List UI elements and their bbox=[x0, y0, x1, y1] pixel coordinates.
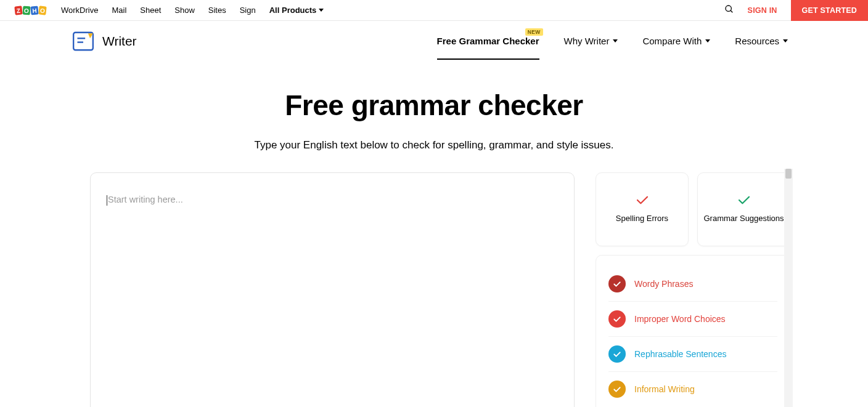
tab-compare-with-label: Compare With bbox=[642, 36, 702, 46]
search-icon[interactable] bbox=[724, 4, 734, 16]
card-spelling-label: Spelling Errors bbox=[616, 214, 668, 224]
nav-show[interactable]: Show bbox=[174, 6, 195, 15]
tab-resources[interactable]: Resources bbox=[735, 22, 788, 60]
writer-brand[interactable]: Writer bbox=[72, 30, 137, 53]
tab-compare-with[interactable]: Compare With bbox=[642, 22, 710, 60]
check-icon bbox=[608, 345, 626, 363]
zoho-logo[interactable]: ZOHO bbox=[15, 6, 46, 15]
scrollbar[interactable] bbox=[784, 169, 793, 407]
check-rephrasable[interactable]: Rephrasable Sentences bbox=[608, 337, 777, 372]
editor[interactable]: Start writing here... bbox=[90, 172, 575, 407]
chevron-down-icon bbox=[783, 39, 788, 42]
hero: Free grammar checker Type your English t… bbox=[0, 62, 868, 167]
check-icon bbox=[608, 310, 626, 328]
check-icon bbox=[608, 381, 626, 398]
page-subtitle: Type your English text below to check fo… bbox=[0, 139, 868, 151]
check-icon bbox=[636, 195, 649, 205]
card-grammar-suggestions[interactable]: Grammar Suggestions bbox=[697, 172, 790, 246]
check-informal[interactable]: Informal Writing bbox=[608, 372, 777, 406]
nav-all-products-label: All Products bbox=[269, 6, 317, 15]
sidebar: Spelling Errors Grammar Suggestions Word… bbox=[596, 172, 790, 407]
global-nav: WorkDrive Mail Sheet Show Sites Sign All… bbox=[61, 6, 324, 15]
card-grammar-label: Grammar Suggestions bbox=[703, 214, 784, 224]
svg-point-0 bbox=[726, 6, 731, 11]
tab-why-writer[interactable]: Why Writer bbox=[564, 22, 618, 60]
chevron-down-icon bbox=[319, 9, 324, 12]
check-icon bbox=[608, 275, 626, 292]
sign-in-link[interactable]: SIGN IN bbox=[748, 6, 777, 15]
writer-logo-icon bbox=[72, 30, 95, 53]
product-name: Writer bbox=[102, 34, 137, 49]
get-started-button[interactable]: GET STARTED bbox=[791, 0, 868, 21]
tab-why-writer-label: Why Writer bbox=[564, 36, 610, 46]
nav-workdrive[interactable]: WorkDrive bbox=[61, 6, 98, 15]
product-navbar: Writer NEW Free Grammar Checker Why Writ… bbox=[0, 21, 868, 62]
tab-grammar-checker[interactable]: NEW Free Grammar Checker bbox=[437, 22, 539, 60]
chevron-down-icon bbox=[705, 39, 710, 42]
app-area: Start writing here... Spelling Errors Gr… bbox=[0, 172, 868, 407]
product-nav: NEW Free Grammar Checker Why Writer Comp… bbox=[437, 22, 868, 60]
check-improper-word[interactable]: Improper Word Choices bbox=[608, 302, 777, 337]
tab-grammar-checker-label: Free Grammar Checker bbox=[437, 36, 539, 46]
check-wordy-label: Wordy Phrases bbox=[634, 279, 693, 289]
tab-resources-label: Resources bbox=[735, 36, 779, 46]
badge-new: NEW bbox=[525, 28, 543, 36]
svg-line-1 bbox=[731, 10, 732, 12]
topbar-right: SIGN IN GET STARTED bbox=[724, 0, 868, 21]
check-wordy-phrases[interactable]: Wordy Phrases bbox=[608, 267, 777, 302]
checks-panel: Wordy Phrases Improper Word Choices Reph… bbox=[596, 255, 790, 407]
nav-sites[interactable]: Sites bbox=[208, 6, 226, 15]
nav-all-products[interactable]: All Products bbox=[269, 6, 324, 15]
card-spelling-errors[interactable]: Spelling Errors bbox=[596, 172, 689, 246]
nav-sheet[interactable]: Sheet bbox=[140, 6, 161, 15]
check-informal-label: Informal Writing bbox=[634, 384, 695, 394]
svg-marker-5 bbox=[88, 33, 93, 38]
check-improper-label: Improper Word Choices bbox=[634, 314, 726, 324]
global-topbar: ZOHO WorkDrive Mail Sheet Show Sites Sig… bbox=[0, 0, 868, 21]
chevron-down-icon bbox=[613, 39, 618, 42]
nav-mail[interactable]: Mail bbox=[112, 6, 126, 15]
nav-sign[interactable]: Sign bbox=[240, 6, 256, 15]
check-rephrasable-label: Rephrasable Sentences bbox=[634, 349, 726, 359]
check-icon bbox=[737, 195, 751, 205]
text-cursor bbox=[107, 195, 107, 206]
page-title: Free grammar checker bbox=[0, 89, 868, 122]
editor-placeholder: Start writing here... bbox=[107, 195, 183, 204]
scrollbar-thumb[interactable] bbox=[785, 169, 792, 179]
